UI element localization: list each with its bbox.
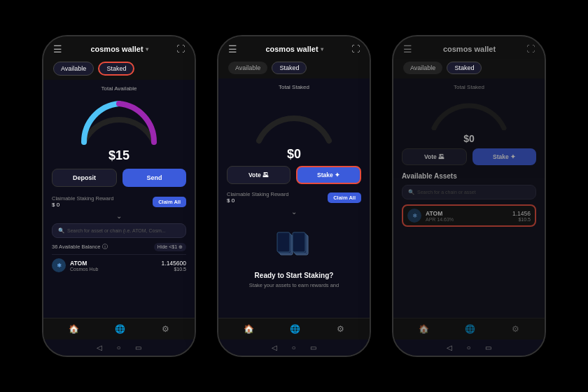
phone-2-nav: 🏠 🌐 ⚙ (218, 318, 370, 340)
staking-ready-title: Ready to Start Staking? (255, 272, 334, 279)
expand-icon-1[interactable]: ⛶ (176, 44, 185, 54)
gauge-amount-3: $0 (463, 133, 475, 144)
gauge-1 (74, 93, 164, 146)
search-placeholder-1: Search for asset or chain (i.e. ATOM, Co… (67, 228, 166, 233)
menu-icon-3[interactable]: ☰ (403, 43, 412, 55)
reward-label-2: Claimable Staking Reward (227, 191, 288, 197)
home-btn-2[interactable]: ○ (291, 344, 295, 351)
vote-button-2[interactable]: Vote 🗳 (227, 166, 290, 184)
asset-name-3: ATOM (426, 210, 454, 217)
tab-available-2[interactable]: Available (228, 62, 267, 74)
expand-icon-3[interactable]: ⛶ (526, 44, 535, 54)
search-box-1[interactable]: 🔍 Search for asset or chain (i.e. ATOM, … (52, 223, 186, 238)
wallet-title-1: cosmos wallet ▾ (90, 45, 148, 53)
asset-chain-1: Cosmos Hub (70, 267, 98, 272)
gauge-2 (248, 92, 340, 144)
nav-home-2[interactable]: 🏠 (244, 324, 254, 334)
wallet-title-3: cosmos wallet (443, 45, 496, 53)
asset-row-1: ⚛ ATOM Cosmos Hub 1.145600 $10.5 (52, 254, 186, 276)
search-icon-3: 🔍 (408, 189, 414, 195)
svg-rect-2 (277, 232, 290, 252)
svg-rect-5 (293, 232, 305, 252)
phone-2-body: Total Staked $0 Vote 🗳 Stake ✦ Claimable… (218, 78, 370, 318)
vote-stake-row-3: Vote 🗳 Stake ✦ (402, 148, 536, 165)
nav-globe-2[interactable]: 🌐 (290, 324, 300, 334)
nav-globe-3[interactable]: 🌐 (465, 324, 475, 334)
asset-chain-3: APR 14.63% (426, 217, 454, 222)
chevron-down-2[interactable]: ⌄ (227, 208, 361, 216)
chevron-down-1[interactable]: ⌄ (52, 212, 186, 220)
tab-bar-2: Available Staked (218, 59, 370, 78)
back-btn-1[interactable]: ◁ (97, 344, 102, 351)
vote-button-3[interactable]: Vote 🗳 (402, 148, 467, 165)
phone-1-nav: 🏠 🌐 ⚙ (43, 318, 195, 340)
menu-btn-1[interactable]: ▭ (135, 344, 141, 351)
staking-image (273, 228, 315, 263)
menu-icon-2[interactable]: ☰ (228, 43, 237, 55)
tab-bar-1: Available Staked (43, 59, 195, 80)
gauge-amount-1: $15 (108, 148, 130, 163)
expand-icon-2[interactable]: ⛶ (351, 44, 360, 54)
stake-button-2[interactable]: Stake ✦ (296, 166, 361, 184)
reward-amount-1: $ 0 (52, 202, 113, 208)
gauge-amount-2: $0 (287, 147, 301, 162)
tab-available-3[interactable]: Available (403, 62, 442, 74)
asset-icon-3: ⚛ (407, 209, 421, 223)
asset-value-1: $10.5 (162, 267, 186, 272)
search-box-3[interactable]: 🔍 Search for a chain or asset (402, 185, 536, 200)
wallet-arrow-1[interactable]: ▾ (146, 46, 148, 52)
tab-staked-1[interactable]: Staked (98, 62, 134, 76)
balance-row-1: 36 Available Balance ⓘ Hide <$1 ⊕ (52, 243, 186, 251)
phone-3-body: Total Staked $0 Vote 🗳 Stake ✦ Available… (393, 78, 545, 318)
search-icon-1: 🔍 (58, 227, 64, 234)
phone-1-header: ☰ cosmos wallet ▾ ⛶ (43, 36, 195, 59)
nav-settings-1[interactable]: ⚙ (162, 324, 169, 334)
tab-staked-3[interactable]: Staked (447, 62, 482, 74)
staking-ready-desc: Stake your assets to earn rewards and (249, 282, 339, 288)
tab-staked-2[interactable]: Staked (272, 62, 307, 74)
asset-value-3: $10.5 (512, 217, 531, 222)
system-nav-3: ◁ ○ ▭ (393, 340, 545, 356)
gauge-label-3: Total Staked (454, 84, 484, 90)
system-nav-2: ◁ ○ ▭ (218, 340, 370, 356)
claim-button-1[interactable]: Claim All (153, 197, 186, 207)
asset-icon-1: ⚛ (52, 258, 66, 272)
menu-btn-2[interactable]: ▭ (310, 344, 316, 351)
nav-settings-3[interactable]: ⚙ (512, 324, 519, 334)
home-btn-3[interactable]: ○ (466, 344, 470, 351)
nav-home-3[interactable]: 🏠 (419, 324, 429, 334)
gauge-label-1: Total Available (102, 85, 137, 92)
menu-btn-3[interactable]: ▭ (485, 344, 491, 351)
hide-button-1[interactable]: Hide <$1 ⊕ (154, 243, 186, 251)
stake-button-3[interactable]: Stake ✦ (472, 148, 536, 165)
gauge-3 (424, 92, 514, 130)
vote-stake-row-2: Vote 🗳 Stake ✦ (227, 166, 361, 184)
wallet-title-2: cosmos wallet ▾ (265, 45, 323, 53)
action-buttons-1: Deposit Send (52, 169, 186, 187)
phone-2: ☰ cosmos wallet ▾ ⛶ Available Staked Tot… (217, 35, 371, 357)
phone-3-header: ☰ cosmos wallet ⛶ (393, 36, 545, 59)
nav-globe-1[interactable]: 🌐 (115, 324, 125, 334)
phone-2-header: ☰ cosmos wallet ▾ ⛶ (218, 36, 370, 59)
asset-amount-1: 1.145600 (162, 260, 186, 267)
back-btn-2[interactable]: ◁ (272, 344, 277, 351)
phone-3-nav: 🏠 🌐 ⚙ (393, 318, 545, 340)
phone-1-body: Total Available $15 Deposit Send Claimab… (43, 80, 195, 318)
phone-3: ☰ cosmos wallet ⛶ Available Staked Total… (392, 35, 546, 357)
deposit-button[interactable]: Deposit (52, 169, 117, 187)
wallet-arrow-2[interactable]: ▾ (321, 46, 323, 52)
claim-button-2[interactable]: Claim All (328, 192, 361, 203)
menu-icon-1[interactable]: ☰ (53, 43, 62, 55)
back-btn-3[interactable]: ◁ (447, 344, 452, 351)
nav-settings-2[interactable]: ⚙ (337, 324, 344, 334)
home-btn-1[interactable]: ○ (116, 344, 120, 351)
reward-row-2: Claimable Staking Reward $ 0 Claim All (227, 191, 361, 204)
reward-row-1: Claimable Staking Reward $ 0 Claim All (52, 195, 186, 208)
asset-row-3-highlighted[interactable]: ⚛ ATOM APR 14.63% 1.1456 $10.5 (402, 204, 536, 227)
send-button[interactable]: Send (122, 169, 186, 187)
tab-available-1[interactable]: Available (53, 62, 94, 76)
phone-1: ☰ cosmos wallet ▾ ⛶ Available Staked Tot… (42, 35, 196, 357)
gauge-label-2: Total Staked (279, 84, 309, 90)
available-assets-title: Available Assets (402, 172, 536, 180)
nav-home-1[interactable]: 🏠 (69, 324, 79, 334)
